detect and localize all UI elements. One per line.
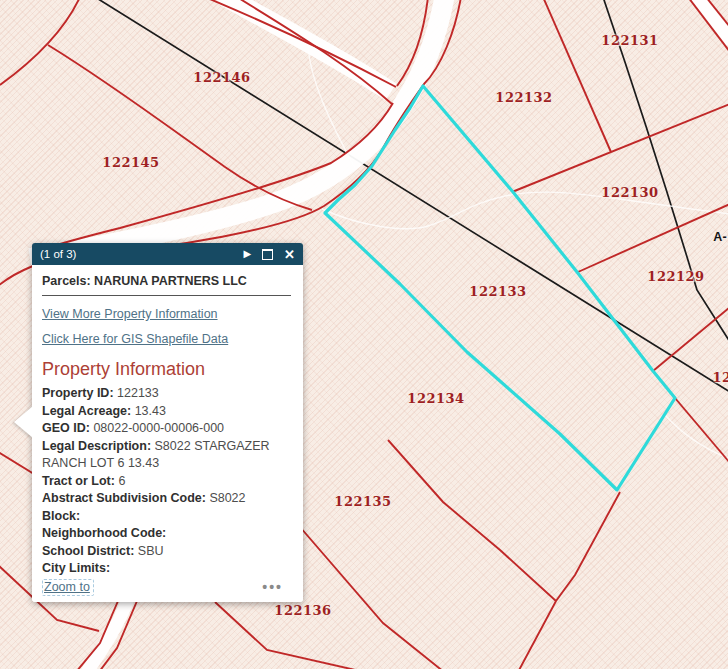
field-value: 122133 <box>114 386 159 400</box>
identify-popup: (1 of 3) ▶ ✕ Parcels: NARUNA PARTNERS LL… <box>32 243 303 602</box>
popup-titlebar: (1 of 3) ▶ ✕ <box>32 243 303 265</box>
popup-body: Parcels: NARUNA PARTNERS LLC View More P… <box>32 265 303 602</box>
field-value: 6 <box>115 474 125 488</box>
field-value: S8022 <box>206 491 246 505</box>
field-label: Legal Description: <box>42 439 151 453</box>
field-label: Legal Acreage: <box>42 404 131 418</box>
more-options-icon[interactable]: ••• <box>262 579 283 595</box>
field-row: Legal Description: S8022 STARGAZER RANCH… <box>42 438 291 473</box>
field-label: GEO ID: <box>42 421 90 435</box>
popup-callout-pointer <box>14 406 33 438</box>
field-label: Abstract Subdivision Code: <box>42 491 206 505</box>
field-row: City Limits: <box>42 560 291 578</box>
field-row: GEO ID: 08022-0000-00006-000 <box>42 420 291 438</box>
popup-pager: (1 of 3) <box>40 248 76 260</box>
maximize-icon[interactable] <box>262 249 273 260</box>
next-feature-icon[interactable]: ▶ <box>243 249 251 259</box>
field-row: Abstract Subdivision Code: S8022 <box>42 490 291 508</box>
title-separator <box>42 295 291 296</box>
popup-title: Parcels: NARUNA PARTNERS LLC <box>42 274 291 289</box>
field-row: Property ID: 122133 <box>42 385 291 403</box>
field-label: Property ID: <box>42 386 114 400</box>
popup-links: View More Property InformationClick Here… <box>42 307 291 346</box>
field-row: Neighborhood Code: <box>42 525 291 543</box>
zoom-to-link[interactable]: Zoom to <box>42 579 94 596</box>
field-value: 13.43 <box>131 404 166 418</box>
field-row: Legal Acreage: 13.43 <box>42 403 291 421</box>
property-link[interactable]: Click Here for GIS Shapefile Data <box>42 332 228 346</box>
field-value: 08022-0000-00006-000 <box>90 421 224 435</box>
field-label: City Limits: <box>42 561 110 575</box>
property-fields: Property ID: 122133Legal Acreage: 13.43G… <box>42 385 291 578</box>
field-label: Block: <box>42 509 80 523</box>
parcel-map[interactable]: 122146122145122131122132122130A-12212912… <box>0 0 728 669</box>
field-row: Tract or Lot: 6 <box>42 473 291 491</box>
section-heading: Property Information <box>42 358 291 380</box>
field-label: School District: <box>42 544 134 558</box>
field-row: School District: SBU <box>42 543 291 561</box>
field-value: SBU <box>134 544 163 558</box>
field-label: Tract or Lot: <box>42 474 115 488</box>
close-icon[interactable]: ✕ <box>284 248 295 261</box>
field-label: Neighborhood Code: <box>42 526 166 540</box>
property-link[interactable]: View More Property Information <box>42 307 218 321</box>
field-row: Block: <box>42 508 291 526</box>
